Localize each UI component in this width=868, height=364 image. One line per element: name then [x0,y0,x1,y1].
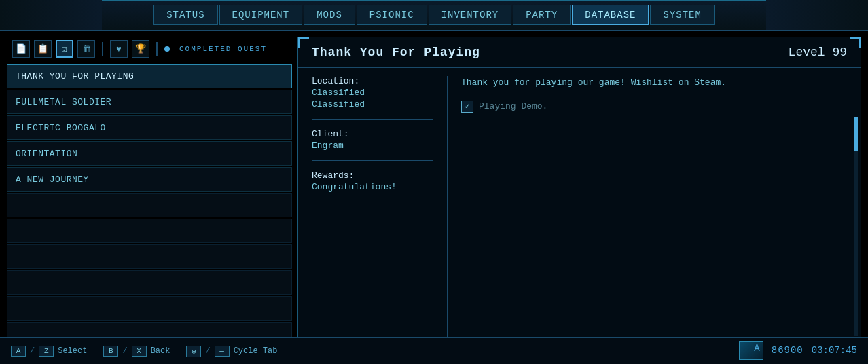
slash-2: / [122,346,127,356]
cycle-tab-label: Cycle Tab [234,346,278,356]
select-control: A / Z Select [11,346,87,357]
filter-icon-active[interactable]: 📋 [34,40,52,58]
location-value-1: Classified [312,88,433,98]
nav-tab-system[interactable]: System [650,5,714,25]
quest-info-left: Location: Classified Classified Client: … [298,76,448,343]
quest-list: Thank You For PlayingFullmetal SoldierEl… [7,64,292,346]
filter-divider [102,42,103,56]
playing-demo-checkbox[interactable]: ✓ [461,101,473,113]
filter-icon-trophy[interactable]: 🏆 [132,40,149,58]
deco-right [766,0,868,31]
rewards-label: Rewards: [312,170,433,181]
filter-icon-completed[interactable]: ☑ [56,40,73,58]
filter-icon-failed[interactable]: 🗑 [77,40,95,58]
timer-display: 03:07:45 [812,345,857,356]
back-label: Back [151,346,170,356]
scroll-bar[interactable] [854,117,858,336]
mini-map [739,341,763,360]
cycle-button-2[interactable]: — [215,346,230,357]
z-button[interactable]: Z [39,346,54,357]
filter-divider-2 [156,42,158,56]
slash-3: / [205,346,210,356]
b-button[interactable]: B [103,346,118,357]
client-value: Engram [312,141,433,151]
a-button[interactable]: A [11,346,26,357]
nav-tab-status[interactable]: Status [153,5,217,25]
nav-tab-mods[interactable]: Mods [304,5,355,25]
quest-item-6 [7,219,292,243]
quest-item-8 [7,270,292,295]
x-button[interactable]: X [132,346,147,357]
nav-tab-party[interactable]: Party [513,5,571,25]
cycle-button-1[interactable]: ⊕ [186,346,201,357]
nav-tab-equipment[interactable]: Equipment [219,5,303,25]
left-panel: 📄 📋 ☑ 🗑 ♥ 🏆 COMPLETED QUEST Thank You Fo… [7,37,292,352]
rewards-value: Congratulations! [312,182,433,192]
filter-indicator [164,46,170,52]
back-control: B / X Back [103,346,170,357]
quest-detail-panel: Thank You For Playing Level 99 Location:… [297,37,861,352]
filter-row: 📄 📋 ☑ 🗑 ♥ 🏆 COMPLETED QUEST [7,37,292,61]
rewards-section: Rewards: Congratulations! [312,170,433,192]
quest-description: Thank you for playing our game! Wishlist… [461,76,847,90]
select-label: Select [58,346,87,356]
quest-detail-body: Location: Classified Classified Client: … [298,68,861,351]
nav-tabs: StatusEquipmentModsPsionicInventoryParty… [153,5,715,25]
checkbox-row: ✓ Playing Demo. [461,101,847,113]
quest-item-0[interactable]: Thank You For Playing [7,64,292,88]
scroll-thumb[interactable] [854,117,858,151]
location-value-2: Classified [312,99,433,109]
quest-item-3[interactable]: Orientation [7,141,292,166]
nav-bar: StatusEquipmentModsPsionicInventoryParty… [0,0,868,31]
quest-level: Level 99 [789,46,847,59]
completed-quest-label: COMPLETED QUEST [179,45,267,53]
checkbox-label: Playing Demo. [479,101,547,111]
quest-detail-header: Thank You For Playing Level 99 [298,37,861,68]
location-label: Location: [312,76,433,86]
nav-tab-database[interactable]: Database [572,5,649,25]
filter-icon-journal[interactable]: 📄 [12,40,30,58]
nav-tab-psionic[interactable]: Psionic [357,5,427,25]
slash-1: / [30,346,35,356]
main-content: 📄 📋 ☑ 🗑 ♥ 🏆 COMPLETED QUEST Thank You Fo… [0,31,868,357]
quest-item-7 [7,244,292,269]
quest-info-right: Thank you for playing our game! Wishlist… [448,76,861,343]
quest-item-2[interactable]: Electric Boogalo [7,115,292,140]
divider-2 [312,160,433,161]
bottom-bar: A / Z Select B / X Back ⊕ / — Cycle Tab … [0,337,868,364]
cycle-tab-control: ⊕ / — Cycle Tab [186,346,277,357]
client-label: Client: [312,129,433,139]
deco-left [0,0,102,31]
currency-display: 86900 [772,345,803,356]
nav-tab-inventory[interactable]: Inventory [429,5,512,25]
quest-item-1[interactable]: Fullmetal Soldier [7,90,292,114]
quest-title: Thank You For Playing [312,46,480,59]
quest-item-4[interactable]: A New Journey [7,167,292,192]
filter-icon-heart[interactable]: ♥ [110,40,128,58]
bottom-right: 86900 03:07:45 [739,337,868,364]
quest-item-9 [7,296,292,321]
divider-1 [312,119,433,120]
location-section: Location: Classified Classified [312,76,433,109]
quest-item-5 [7,193,292,217]
client-section: Client: Engram [312,129,433,151]
